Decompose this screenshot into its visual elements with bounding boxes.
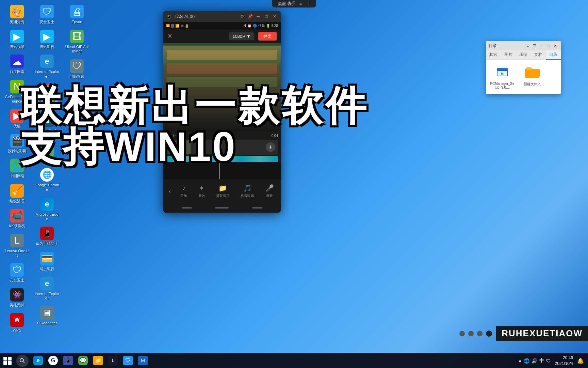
desktop-icon-nvidia[interactable]: N GeForce Experience (3, 78, 31, 105)
desktop-icon-tencent-video2[interactable]: ▶ 腾讯影视 (33, 28, 61, 50)
taskbar-item-edge-app[interactable]: e (31, 353, 45, 368)
video-topbar: ✕ 1080P ▼ 导出 (163, 29, 281, 43)
video-resolution-selector[interactable]: 1080P ▼ (229, 32, 254, 40)
meituan-icon: 🎨 (10, 5, 24, 18)
nav-douyin[interactable]: 🎵 抖音收藏 (241, 184, 254, 198)
timeline-add-btn[interactable]: + (266, 142, 275, 152)
video-close-btn[interactable]: ✕ (167, 32, 173, 40)
phone-pin-btn[interactable]: 📌 (247, 13, 254, 20)
desktop-icon-baidu-pan[interactable]: ☁ 百度网盘 (3, 53, 31, 75)
zhuo-menu-icon[interactable]: ≡ (299, 1, 302, 6)
status-email: ✉ (181, 24, 183, 28)
taskbar-item-blue[interactable]: 🛡 (121, 353, 135, 368)
desktop-icon-lenovo-one[interactable]: L Lenovo One Lite (3, 232, 31, 259)
fe-tab-docs[interactable]: 文档 (531, 50, 546, 60)
nav-extract[interactable]: 📁 提取音乐 (216, 184, 230, 198)
clean-icon: 🧹 (10, 184, 24, 198)
timeline-copy-icon[interactable]: ⊙ (166, 133, 170, 138)
fe-tab-dir[interactable]: 目录 (546, 50, 561, 60)
tray-network-icon[interactable]: 🌐 (524, 358, 529, 364)
desktop-icon-bank[interactable]: 🏦 中国银行网银助手 (33, 83, 61, 109)
zhuo-more-icon[interactable]: ⋮ (306, 1, 310, 6)
zhuo-topbar[interactable]: 桌面助手 ≡ ⋮ (272, 0, 316, 7)
nav-back-btn[interactable]: ‹ (165, 179, 175, 203)
taskbar-wechat-icon: 💬 (78, 356, 88, 365)
phone-min-btn[interactable]: ─ (255, 13, 262, 20)
desktop-icon-huawei[interactable]: 📱 华为手机助手 (33, 225, 61, 247)
desktop-icon-dianying[interactable]: 🎬 找我电影网 (3, 133, 31, 155)
desktop-icon-handshaker[interactable]: 🤝 HandShaker (33, 142, 61, 164)
video-export-btn[interactable]: 导出 (258, 32, 277, 41)
desktop-icon-meituan[interactable]: 🎨 美团秀秀 (3, 3, 31, 26)
taskbar-item-pcmgr[interactable]: M (136, 353, 150, 368)
home-bar-back[interactable] (182, 207, 192, 209)
taskbar-edge-icon: e (33, 356, 43, 365)
home-bar-home[interactable] (215, 207, 229, 209)
clock-display[interactable]: 20:46 2021/10/4 (555, 355, 576, 367)
nav-record[interactable]: 🎤 录音 (265, 184, 274, 198)
taskbar-item-lenovo-l[interactable]: L (106, 353, 120, 368)
tray-sound-icon[interactable]: 🔊 (532, 358, 537, 364)
desktop-icon-security1[interactable]: 🛡 安全卫士 (3, 262, 31, 284)
nav-sfx[interactable]: ✦ 音效 (198, 184, 205, 198)
tray-input-icon[interactable]: 中 (539, 358, 544, 364)
desktop-icon-ie1[interactable]: e Internet Explorer (33, 53, 61, 80)
system-tray: ∧ 🌐 🔊 中 🛡 20:46 2021/10/4 🔔 (516, 355, 588, 367)
desktop-icon-ie2[interactable]: 🖥 Internet Explorer (33, 112, 61, 139)
desktop-icon-diannaogj[interactable]: 🛡 电脑管家 (63, 58, 91, 80)
playhead-line (219, 162, 219, 179)
timeline-area: ⊙ ⊢ 0:04 + (163, 132, 281, 162)
phone-settings-btn[interactable]: ⚙ (239, 13, 245, 20)
desktop-icon-online-bank[interactable]: 💳 网上银行 (33, 250, 61, 273)
phone-icon: 📱 (166, 14, 172, 19)
taskbar-item-tablet[interactable]: 📱 (61, 353, 75, 368)
fe-file-newfolder[interactable]: 新建文件夹 (520, 64, 544, 90)
shelf-row2 (167, 63, 277, 74)
desktop-icon-hero[interactable]: 👾 英雄元帅 (3, 287, 31, 309)
desktop-icon-epson[interactable]: 🖨 Epson (63, 3, 91, 26)
desktop-icon-edge[interactable]: e Microsoft Edge (33, 196, 61, 223)
fe-min-btn[interactable]: ─ (538, 43, 544, 49)
channel-info: RUHEXUETIAOW (459, 326, 588, 341)
fe-close-btn[interactable]: ✕ (552, 43, 558, 49)
fe-tabs: 其它 图片 压缩 文档 目录 (486, 50, 561, 60)
taskbar-item-files[interactable]: 📁 (91, 353, 105, 368)
phone-titlebar: 📱 TAS-AL00 ⚙ 📌 ─ □ ✕ (163, 11, 281, 22)
phone-close-btn[interactable]: ✕ (271, 13, 278, 20)
taskbar-search-btn[interactable] (16, 355, 29, 367)
desktop-icon-chrome[interactable]: 🌐 Google Chrome (33, 167, 61, 193)
fe-content: M PCManager_Setup_9.0.... 新建文件夹 (486, 60, 561, 94)
timeline-track[interactable]: + (166, 140, 278, 155)
timeline-split-icon[interactable]: ⊢ (173, 133, 177, 138)
status-security: 🔒 (185, 24, 189, 28)
fe-list-view[interactable]: ≡ (525, 43, 531, 49)
desktop-icon-area: 🎨 美团秀秀 ▶ 腾讯视频 ☁ 百度网盘 N GeForce Experienc… (3, 3, 85, 337)
home-bar-recent[interactable] (252, 207, 262, 209)
desktop-icon-network[interactable]: 🌐 中国网络 (3, 157, 31, 180)
desktop-icon-youku[interactable]: ▶ 优酷 (3, 108, 31, 130)
tray-up-icon[interactable]: ∧ (518, 358, 522, 364)
desktop-icon-pcmanager[interactable]: 🖥 PCManager (33, 305, 61, 327)
desktop-icon-wps[interactable]: W WPS (3, 312, 31, 334)
fe-grid-view[interactable]: ☰ (532, 43, 538, 49)
fe-tab-compress[interactable]: 压缩 (516, 50, 531, 60)
tray-notification-icon[interactable]: 🔔 (577, 357, 584, 364)
fe-tab-images[interactable]: 图片 (501, 50, 516, 60)
taskbar-start-btn[interactable] (0, 353, 15, 368)
fe-tab-other[interactable]: 其它 (486, 50, 501, 60)
channel-dot-2 (468, 331, 474, 336)
nav-music[interactable]: ♪ 音乐 (180, 184, 187, 198)
tray-security-icon[interactable]: 🛡 (546, 358, 551, 364)
taskbar-item-google[interactable]: G (46, 353, 60, 368)
desktop-icon-clean[interactable]: 🧹 垃圾清理 (3, 183, 31, 205)
desktop-icon-ulead[interactable]: 🎞 Ulead GIF Animator (63, 28, 91, 55)
desktop-icon-tencent-video[interactable]: ▶ 腾讯视频 (3, 28, 31, 50)
fe-file-pcmanager[interactable]: M PCManager_Setup_9.0.... (490, 64, 514, 90)
taskbar-item-wechat[interactable]: 💬 (76, 353, 90, 368)
phone-max-btn[interactable]: □ (263, 13, 270, 20)
desktop-icon-kk[interactable]: 📹 KK录像机 (3, 208, 31, 230)
desktop-icon-security2[interactable]: 🛡 安全卫士 (33, 3, 61, 26)
pcmanager-icon: 🖥 (40, 306, 54, 320)
fe-max-btn[interactable]: □ (545, 43, 551, 49)
desktop-icon-ie3[interactable]: e Internet Explorer (33, 275, 61, 302)
